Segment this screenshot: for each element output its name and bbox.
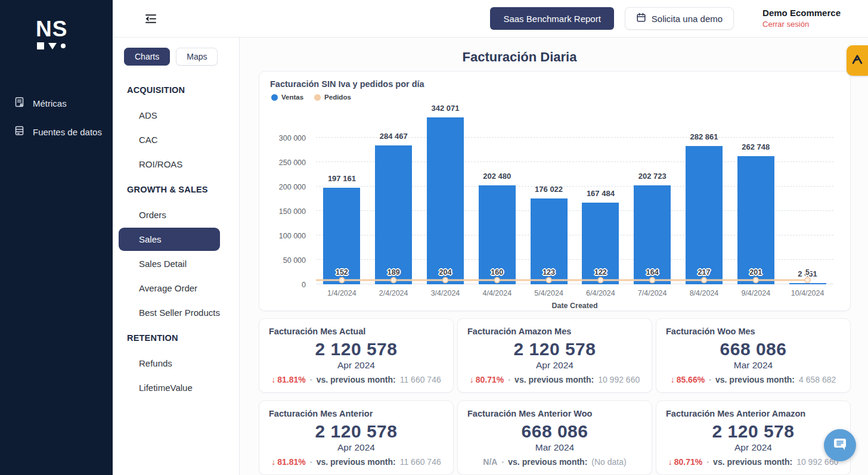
- bar-value-label: 202 480: [483, 172, 511, 181]
- dot-separator: •: [508, 376, 510, 383]
- kpi-delta-value: 80.71%: [476, 375, 504, 384]
- request-demo-button[interactable]: Solicita una demo: [625, 7, 734, 30]
- x-tick-label: 1/4/2024: [316, 289, 368, 297]
- kpi-month: Apr 2024: [467, 360, 642, 371]
- kpi-month: Apr 2024: [666, 442, 841, 453]
- kpi-vs-value: 4 658 682: [799, 375, 836, 384]
- kpi-value: 2 120 578: [666, 421, 841, 442]
- feedback-side-tab[interactable]: [847, 45, 868, 76]
- chat-bubble-icon: [833, 437, 847, 453]
- bar-value-label: 197 161: [328, 174, 356, 183]
- bar-value-label: 282 861: [690, 132, 718, 141]
- dot-separator: •: [706, 458, 709, 465]
- kpi-delta: ↓85.66%: [671, 375, 705, 384]
- kpi-delta-value: 80.71%: [674, 457, 702, 467]
- arrow-down-icon: ↓: [271, 457, 275, 467]
- bar-value-label: 284 467: [380, 132, 408, 141]
- kpi-delta-value: 81.81%: [277, 375, 305, 384]
- subnav-item-sales-detail[interactable]: Sales Detail: [119, 252, 227, 275]
- logo-dot-icon: [61, 44, 66, 48]
- pedidos-value-label: 164: [646, 268, 659, 277]
- logout-link[interactable]: Cerrar sesión: [762, 19, 841, 30]
- kpi-title: Facturación Woo Mes: [666, 327, 841, 336]
- logo-text: NS: [36, 18, 113, 40]
- pedidos-value-label: 160: [491, 268, 503, 277]
- kpi-title: Facturación Mes Anterior Woo: [467, 409, 642, 418]
- x-tick-label: 5/4/2024: [523, 289, 575, 297]
- kpi-vs-label: vs. previous month:: [508, 457, 587, 467]
- subnav-item-lifetimevalue[interactable]: LifetimeValue: [119, 376, 227, 399]
- view-button-maps[interactable]: Maps: [176, 48, 218, 66]
- bar-value-label: 342 071: [431, 104, 459, 113]
- subnav-item-sales[interactable]: Sales: [119, 228, 220, 251]
- kpi-vs-label: vs. previous month:: [715, 375, 795, 384]
- subnav-item-roi-roas[interactable]: ROI/ROAS: [119, 153, 227, 176]
- x-axis-labels: 1/4/20242/4/20243/4/20244/4/20245/4/2024…: [316, 289, 833, 297]
- subnav-section-header: RETENTION: [113, 325, 239, 350]
- sidebar-item-label: Fuentes de datos: [33, 127, 102, 137]
- benchmark-report-button[interactable]: Saas Benchmark Report: [490, 7, 613, 30]
- chat-widget-button[interactable]: [824, 429, 856, 461]
- bar-value-label: 167 484: [587, 189, 615, 198]
- view-button-charts[interactable]: Charts: [124, 48, 170, 66]
- chart-card: Facturación SIN Iva y pedidos por día Ve…: [259, 71, 851, 311]
- arrow-down-icon: ↓: [671, 375, 675, 384]
- logo-triangle-icon: [48, 43, 57, 49]
- kpi-card-facturaci-n-mes-anterior-woo: Facturación Mes Anterior Woo668 086Mar 2…: [457, 401, 652, 475]
- chart-column: 202 480160: [471, 104, 523, 284]
- legend-item-ventas[interactable]: Ventas: [271, 94, 303, 101]
- kpi-delta: ↓80.71%: [470, 375, 504, 384]
- kpi-value: 2 120 578: [467, 339, 642, 359]
- logo-marks: [36, 42, 113, 49]
- kpi-card-facturaci-n-woo-mes: Facturación Woo Mes668 086Mar 2024↓85.66…: [656, 318, 851, 393]
- view-toggle: ChartsMaps: [113, 48, 239, 66]
- chart-column: 197 161152: [316, 104, 368, 284]
- main-content: Facturación Diaria Facturación SIN Iva y…: [240, 38, 868, 475]
- chart-column: 167 484122: [575, 104, 627, 284]
- x-tick-label: 7/4/2024: [627, 289, 678, 297]
- topbar: Saas Benchmark Report Solicita una demo …: [113, 0, 868, 38]
- kpi-month: Mar 2024: [666, 360, 841, 371]
- kpi-delta: ↓81.81%: [271, 457, 305, 467]
- subnav-item-orders[interactable]: Orders: [119, 203, 227, 226]
- legend-label: Pedidos: [324, 94, 351, 101]
- kpi-month: Mar 2024: [467, 442, 642, 453]
- pedidos-value-label: 204: [439, 268, 452, 277]
- sidebar-item-label: Métricas: [33, 98, 67, 108]
- logo: NS: [0, 0, 113, 49]
- request-demo-label: Solicita una demo: [652, 14, 723, 24]
- legend-item-pedidos[interactable]: Pedidos: [314, 94, 351, 101]
- collapse-menu-icon[interactable]: [142, 11, 160, 26]
- subnav-sections: ACQUISITIONADSCACROI/ROASGROWTH & SALESO…: [113, 77, 239, 399]
- bar-value-label: 176 022: [535, 185, 563, 194]
- kpi-footer: ↓80.71%•vs. previous month:10 992 660: [467, 375, 642, 384]
- chart-column: 176 022123: [523, 104, 575, 284]
- kpi-delta: ↓81.81%: [271, 375, 305, 384]
- pedidos-value-label: 123: [542, 268, 555, 277]
- kpi-card-facturaci-n-amazon-mes: Facturación Amazon Mes2 120 578Apr 2024↓…: [457, 318, 652, 393]
- kpi-footer: ↓85.66%•vs. previous month:4 658 682: [666, 375, 841, 384]
- subnav-item-best-seller-products[interactable]: Best Seller Products: [119, 301, 227, 324]
- sidebar-item-fuentes-de-datos[interactable]: Fuentes de datos: [0, 117, 113, 146]
- x-tick-label: 8/4/2024: [678, 289, 730, 297]
- subnav-section-header: ACQUISITION: [113, 77, 239, 103]
- bar-value-label: 202 723: [638, 172, 666, 181]
- metrics-report-icon: [14, 97, 25, 110]
- subnav-item-average-order[interactable]: Average Order: [119, 277, 227, 300]
- kpi-title: Facturación Mes Anterior: [269, 409, 444, 418]
- kpi-value: 668 086: [467, 421, 642, 442]
- chart-legend: VentasPedidos: [271, 94, 839, 101]
- chart-bar: [686, 146, 723, 284]
- chart-title: Facturación SIN Iva y pedidos por día: [270, 79, 839, 89]
- kpi-footer: N/A•vs. previous month:(No data): [467, 457, 642, 467]
- subnav-item-refunds[interactable]: Refunds: [119, 352, 227, 375]
- chart-bar: [375, 145, 412, 284]
- subnav-item-ads[interactable]: ADS: [119, 104, 227, 127]
- sidebar-item-metricas[interactable]: Métricas: [0, 89, 113, 117]
- chart-column: 284 467189: [368, 104, 420, 284]
- chart-column: 282 861217: [678, 104, 730, 284]
- subnav-section-header: GROWTH & SALES: [113, 177, 239, 202]
- subnav-item-cac[interactable]: CAC: [119, 128, 227, 151]
- chart-column: 262 748201: [730, 104, 782, 284]
- account-block: Demo Ecommerce Cerrar sesión: [762, 7, 841, 30]
